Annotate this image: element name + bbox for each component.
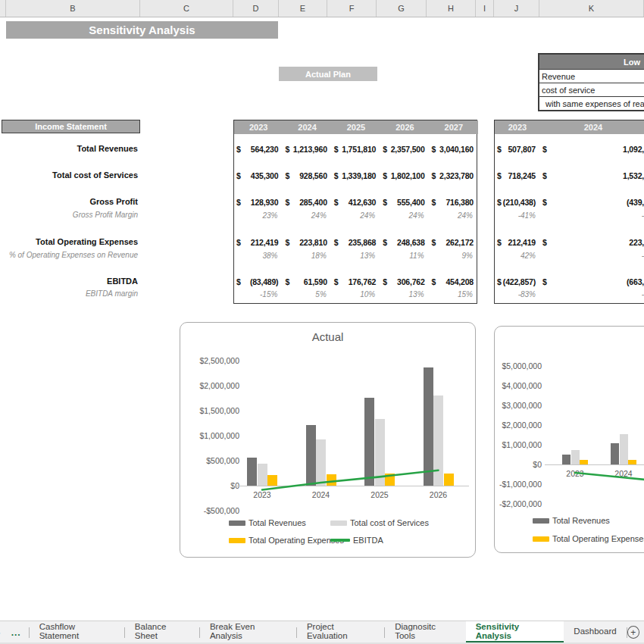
low-cell[interactable]: $1,532, — [542, 171, 644, 180]
actual-margin-cell[interactable]: 13% — [380, 290, 424, 299]
scenario-box[interactable]: Low Revenuecost of servicewith same expe… — [538, 53, 644, 111]
actual-margin-cell[interactable]: 11% — [380, 252, 424, 260]
column-header-D[interactable]: D — [233, 0, 279, 17]
tab-overflow-button[interactable]: ... — [4, 621, 29, 643]
low-cell[interactable]: $(210,438) — [497, 198, 536, 207]
low-cell[interactable]: $223, — [542, 238, 644, 247]
currency-symbol: $ — [334, 145, 339, 154]
actual-margin-cell[interactable]: 9% — [430, 252, 473, 260]
income-statement-row-label[interactable]: % of Operating Expenses on Revenue — [0, 251, 138, 259]
income-statement-row-label[interactable]: Gross Profit Margin — [0, 211, 138, 219]
low-cell[interactable]: $(422,857) — [497, 277, 536, 286]
actual-cell[interactable]: $716,380 — [432, 198, 474, 207]
column-header-J[interactable]: J — [494, 0, 539, 17]
income-statement-row-label[interactable]: Gross Profit — [0, 197, 138, 206]
low-margin-cell[interactable]: - — [540, 290, 644, 299]
low-margin-cell[interactable]: - — [540, 252, 644, 260]
actual-cell[interactable]: $1,213,960 — [285, 145, 327, 154]
add-sheet-button[interactable]: + — [627, 626, 639, 639]
column-header-K[interactable]: K — [539, 0, 644, 17]
column-header-C[interactable]: C — [140, 0, 233, 17]
actual-margin-cell[interactable]: 38% — [234, 252, 277, 260]
actual-margin-cell[interactable]: 23% — [234, 211, 277, 220]
tab-cashflow-statement[interactable]: Cashflow Statement — [30, 621, 124, 643]
actual-cell[interactable]: $(83,489) — [236, 277, 278, 286]
low-cell[interactable]: $718,245 — [497, 171, 536, 180]
actual-margin-cell[interactable]: 24% — [283, 211, 326, 220]
column-header-sliver[interactable] — [0, 0, 6, 17]
column-header-H[interactable]: H — [427, 0, 476, 17]
actual-cell[interactable]: $176,762 — [334, 277, 376, 286]
actual-plan-label[interactable]: Actual Plan — [279, 67, 377, 81]
actual-cell[interactable]: $61,590 — [285, 277, 327, 286]
tab-break-even-analysis[interactable]: Break Even Analysis — [200, 621, 296, 643]
income-statement-header[interactable]: Income Statement — [2, 120, 140, 133]
actual-cell[interactable]: $223,810 — [285, 238, 327, 247]
actual-margin-cell[interactable]: 5% — [283, 290, 326, 299]
column-header-E[interactable]: E — [279, 0, 327, 17]
low-table[interactable]: 20232024$507,807$1,092,$718,245$1,532,$(… — [494, 120, 644, 304]
column-header-B[interactable]: B — [6, 0, 140, 17]
column-header-I[interactable]: I — [476, 0, 494, 17]
cell-value: 435,300 — [251, 171, 279, 180]
actual-cell[interactable]: $564,230 — [236, 145, 278, 154]
actual-cell[interactable]: $412,630 — [334, 198, 376, 207]
actual-margin-cell[interactable]: 15% — [430, 290, 473, 299]
actual-cell[interactable]: $2,323,780 — [432, 171, 474, 180]
actual-margin-cell[interactable]: -15% — [234, 290, 277, 299]
low-cell[interactable]: $(663, — [542, 277, 644, 286]
actual-table[interactable]: 20232024202520262027$564,230$1,213,960$1… — [233, 120, 477, 304]
actual-margin-cell[interactable]: 13% — [332, 252, 375, 260]
income-statement-row-label[interactable]: EBITDA — [0, 277, 138, 286]
column-header-F[interactable]: F — [327, 0, 377, 17]
actual-cell[interactable]: $1,802,100 — [383, 171, 424, 180]
tab-diagnositc-tools[interactable]: Diagnositc Tools — [385, 621, 465, 643]
actual-cell[interactable]: $2,357,500 — [383, 145, 424, 154]
tab-sensitivity-analysis[interactable]: Sensitivity Analysis — [466, 621, 564, 643]
legend-bar-swatch — [229, 538, 245, 543]
tab-project-evaluation[interactable]: Project Evaluation — [297, 621, 384, 643]
tab-dashboard[interactable]: Dashboard — [564, 621, 626, 643]
income-statement-row-label[interactable]: Total cost of Services — [0, 170, 138, 180]
actual-cell[interactable]: $1,339,180 — [334, 171, 376, 180]
low-cell[interactable]: $(439, — [542, 198, 644, 207]
low-cell[interactable]: $1,092, — [542, 145, 644, 154]
actual-cell[interactable]: $248,638 — [383, 238, 424, 247]
actual-legend-item: EBITDA — [330, 536, 383, 545]
actual-cell[interactable]: $235,868 — [334, 238, 376, 247]
income-statement-row-label[interactable]: Total Revenues — [0, 144, 138, 153]
low-margin-cell[interactable]: -41% — [495, 211, 536, 220]
tab-balance-sheet[interactable]: Balance Sheet — [125, 621, 199, 643]
low-cell[interactable]: $507,807 — [497, 145, 536, 154]
low-chart[interactable]: $5,000,000$4,000,000$3,000,000$2,000,000… — [494, 326, 644, 553]
actual-cell[interactable]: $3,040,160 — [432, 145, 474, 154]
actual-margin-cell[interactable]: 24% — [380, 211, 424, 220]
income-statement-row-label[interactable]: EBITDA margin — [0, 289, 138, 298]
actual-margin-cell[interactable]: 24% — [332, 211, 375, 220]
actual-margin-cell[interactable]: 24% — [430, 211, 473, 220]
currency-symbol: $ — [497, 277, 502, 286]
actual-margin-cell[interactable]: 10% — [332, 290, 375, 299]
scenario-row[interactable]: Revenue — [539, 69, 644, 83]
actual-cell[interactable]: $454,208 — [432, 277, 474, 286]
actual-cell[interactable]: $306,762 — [383, 277, 424, 286]
actual-cell[interactable]: $128,930 — [236, 198, 278, 207]
actual-cell[interactable]: $435,300 — [236, 171, 278, 180]
actual-chart[interactable]: Actual$2,500,000$2,000,000$1,500,000$1,0… — [180, 322, 476, 558]
column-header-G[interactable]: G — [377, 0, 427, 17]
page-title[interactable]: Sensitivity Analysis — [6, 21, 278, 39]
actual-margin-cell[interactable]: 18% — [283, 252, 326, 260]
low-margin-cell[interactable]: 42% — [495, 252, 536, 260]
low-cell[interactable]: $212,419 — [497, 238, 536, 247]
actual-cell[interactable]: $555,400 — [383, 198, 424, 207]
actual-cell[interactable]: $262,172 — [432, 238, 474, 247]
actual-cell[interactable]: $212,419 — [236, 238, 278, 247]
scenario-row[interactable]: with same expenses of real p — [539, 96, 644, 110]
scenario-row[interactable]: cost of service — [539, 83, 644, 96]
actual-cell[interactable]: $285,400 — [285, 198, 327, 207]
actual-cell[interactable]: $928,560 — [285, 171, 327, 180]
low-margin-cell[interactable]: -83% — [495, 290, 536, 299]
low-margin-cell[interactable]: - — [540, 211, 644, 220]
actual-cell[interactable]: $1,751,810 — [334, 145, 376, 154]
income-statement-row-label[interactable]: Total Operating Expenses — [0, 237, 138, 246]
